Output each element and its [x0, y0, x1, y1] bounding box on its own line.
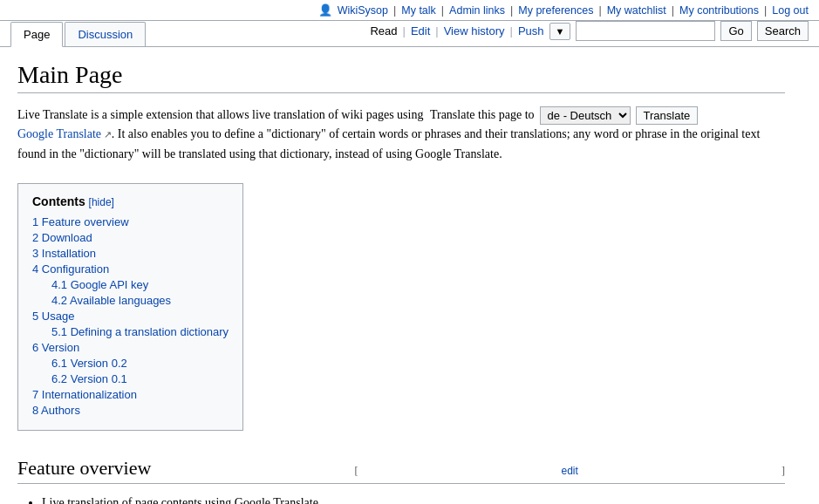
toc-link-5[interactable]: 5 Usage	[32, 310, 74, 323]
toc-link-4[interactable]: 4 Configuration	[32, 262, 109, 276]
tab-sep-2: |	[435, 24, 438, 37]
toc-link-6-2[interactable]: 6.2 Version 0.1	[51, 372, 127, 385]
username-link[interactable]: WikiSysop	[338, 4, 388, 17]
tab-discussion[interactable]: Discussion	[65, 22, 146, 46]
separator-4: |	[598, 4, 601, 17]
toc-link-7[interactable]: 7 Internationalization	[32, 388, 137, 401]
toc-item-8: 8 Authors	[32, 404, 229, 417]
toc-sub-6: 6.1 Version 0.2 6.2 Version 0.1	[51, 357, 229, 385]
edit-bracket-close: ]	[781, 465, 785, 478]
toc-link-3[interactable]: 3 Installation	[32, 247, 96, 260]
intro-text-after: . It also enables you to define a "dicti…	[17, 127, 760, 160]
toc-item-7: 7 Internationalization	[32, 388, 229, 401]
toc-link-4-1[interactable]: 4.1 Google API key	[51, 278, 148, 291]
right-tabs: Read | Edit | View history | Push ▼ Go S…	[370, 21, 809, 46]
edit-bracket-open: [	[354, 465, 358, 478]
separator-3: |	[510, 4, 513, 17]
toc-item-6-2: 6.2 Version 0.1	[51, 372, 229, 385]
tab-sep-1: |	[403, 24, 406, 37]
toc-title: Contents [hide]	[32, 194, 229, 208]
go-button[interactable]: Go	[720, 21, 751, 41]
google-translate-link[interactable]: Google Translate	[17, 127, 112, 140]
left-tabs: Page Discussion	[10, 22, 147, 46]
toc-item-4-2: 4.2 Available languages	[51, 294, 229, 307]
intro-paragraph: Live Translate is a simple extension tha…	[17, 106, 785, 164]
toc-item-3: 3 Installation	[32, 247, 229, 260]
toc-link-1[interactable]: 1 Feature overview	[32, 215, 129, 228]
tab-view-history[interactable]: View history	[444, 24, 505, 37]
tab-dropdown-button[interactable]: ▼	[549, 23, 571, 40]
user-icon: 👤	[318, 3, 332, 17]
toc-sub-4: 4.1 Google API key 4.2 Available languag…	[51, 278, 229, 307]
tab-read[interactable]: Read	[370, 24, 397, 37]
tab-sep-3: |	[510, 24, 513, 37]
toc-link-6-1[interactable]: 6.1 Version 0.2	[51, 357, 127, 370]
toc-item-1: 1 Feature overview	[32, 215, 229, 228]
translate-inline-widget: Translate this page to de - Deutsch en -…	[430, 106, 698, 125]
tab-page[interactable]: Page	[10, 22, 63, 47]
toc-list: 1 Feature overview 2 Download 3 Installa…	[32, 215, 229, 417]
intro-text-before: Live Translate is a simple extension tha…	[17, 108, 423, 121]
my-preferences-link[interactable]: My preferences	[518, 4, 593, 17]
tab-push[interactable]: Push	[518, 24, 544, 37]
toc-link-5-1[interactable]: 5.1 Defining a translation dictionary	[51, 325, 229, 338]
toc-sub-5: 5.1 Defining a translation dictionary	[51, 325, 229, 338]
translate-language-select[interactable]: de - Deutsch en - English fr - Français …	[540, 106, 631, 125]
list-item-1: Live translation of page contents using …	[42, 493, 785, 504]
toc-link-2[interactable]: 2 Download	[32, 231, 92, 244]
my-talk-link[interactable]: My talk	[401, 4, 436, 17]
toc-item-4: 4 Configuration 4.1 Google API key 4.2 A…	[32, 262, 229, 307]
toc-item-2: 2 Download	[32, 231, 229, 244]
separator-1: |	[393, 4, 396, 17]
separator-6: |	[764, 4, 767, 17]
toc-link-4-2[interactable]: 4.2 Available languages	[51, 294, 171, 307]
top-bar: 👤 WikiSysop | My talk | Admin links | My…	[0, 0, 819, 21]
toc-item-5: 5 Usage 5.1 Defining a translation dicti…	[32, 310, 229, 338]
page-title: Main Page	[17, 61, 785, 93]
toc-hide-button[interactable]: [hide]	[89, 196, 114, 208]
search-input[interactable]	[576, 21, 715, 41]
tab-bar: Page Discussion Read | Edit | View histo…	[0, 21, 819, 47]
feature-overview-heading: Feature overview [edit]	[17, 457, 785, 484]
feature-overview-edit-link[interactable]: edit	[562, 465, 578, 477]
toc-item-5-1: 5.1 Defining a translation dictionary	[51, 325, 229, 338]
tab-edit[interactable]: Edit	[411, 24, 430, 37]
toc-item-6-1: 6.1 Version 0.2	[51, 357, 229, 370]
translate-button[interactable]: Translate	[636, 106, 699, 125]
toc-item-6: 6 Version 6.1 Version 0.2 6.2 Version 0.…	[32, 341, 229, 385]
table-of-contents: Contents [hide] 1 Feature overview 2 Dow…	[17, 183, 243, 431]
toc-item-4-1: 4.1 Google API key	[51, 278, 229, 291]
admin-links-link[interactable]: Admin links	[449, 4, 505, 17]
feature-overview-title: Feature overview	[17, 457, 151, 480]
my-watchlist-link[interactable]: My watchlist	[607, 4, 666, 17]
search-button[interactable]: Search	[757, 21, 809, 41]
toc-link-8[interactable]: 8 Authors	[32, 404, 80, 417]
separator-5: |	[672, 4, 674, 17]
separator-2: |	[441, 4, 444, 17]
translate-label: Translate this page to	[430, 106, 535, 125]
main-content: Main Page Live Translate is a simple ext…	[0, 47, 802, 504]
log-out-link[interactable]: Log out	[772, 4, 809, 17]
feature-overview-list: Live translation of page contents using …	[17, 493, 785, 504]
my-contributions-link[interactable]: My contributions	[679, 4, 759, 17]
toc-link-6[interactable]: 6 Version	[32, 341, 79, 354]
